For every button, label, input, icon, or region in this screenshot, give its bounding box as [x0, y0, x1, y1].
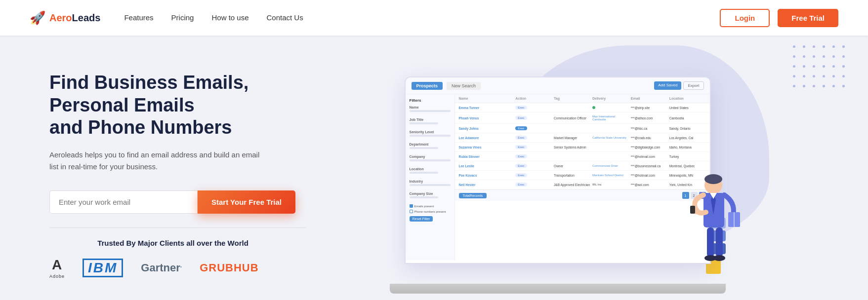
svg-rect-10 [716, 227, 723, 257]
trusted-label: Trusted By Major Clients all over the Wo… [49, 239, 296, 247]
filter-title: Filters [410, 98, 451, 103]
db-pagination: TotalRecords 1 2 [455, 189, 710, 201]
person-illustration [681, 146, 741, 284]
filter-company: Company [410, 155, 451, 161]
db-main-table: Name Action Tag Delivery Email Location … [455, 94, 710, 260]
nav-actions: Login Free Trial [720, 9, 838, 27]
laptop-base [390, 284, 726, 294]
table-row: Suzanna Vines Exec Senior Systems Admin … [455, 143, 710, 152]
table-row: Lee Leslie Exec Owner Commonview Diner *… [455, 161, 710, 171]
grubhub-logo: GRUBHUB [200, 262, 258, 274]
table-row: Poe Kovacs Exec Transportation Mankato S… [455, 171, 710, 180]
adobe-logo: A Adobe [49, 257, 65, 279]
svg-point-12 [713, 255, 725, 261]
freetrial-nav-button[interactable]: Free Trial [778, 9, 838, 27]
db-header: Prospects New Search Add Saved Export [406, 77, 710, 94]
table-row: Sandy Johns Exec ***@hbc.ca Sandy, Ontar… [455, 124, 710, 133]
table-row: Lee Adamore Exec Market Manager Californ… [455, 133, 710, 143]
svg-point-1 [704, 174, 722, 184]
table-header: Name Action Tag Delivery Email Location [455, 94, 710, 103]
db-tab-newsearch: New Search [447, 82, 481, 90]
dashboard-wrapper: 🛒 👍 Prospects New Search Ad [405, 76, 741, 284]
rocket-icon: 🚀 [30, 10, 45, 26]
table-row: Emma Turner Exec ***@strip.site United S… [455, 103, 710, 112]
nav-howtouse[interactable]: How to use [211, 13, 248, 22]
login-button[interactable]: Login [720, 9, 770, 27]
phone-present-checkbox: Phone numbers present [410, 210, 451, 213]
filter-name: Name [410, 106, 451, 112]
filter-department: Department [410, 143, 451, 149]
db-sidebar: Filters Name Job Title Seniority Level [406, 94, 455, 260]
ibm-logo: IBM [83, 259, 123, 277]
table-row: Neil Hester Exec J&B Approved Electricia… [455, 180, 710, 189]
filter-seniority: Seniority Level [410, 130, 451, 137]
db-btn-group: Add Saved Export [654, 81, 703, 90]
brand-name: AeroLeads [49, 12, 100, 24]
divider [49, 227, 306, 228]
navbar: 🚀 AeroLeads Features Pricing How to use … [0, 0, 868, 36]
pagination-prev: TotalRecords [459, 193, 487, 198]
laptop-screen: Prospects New Search Add Saved Export Fi… [405, 76, 711, 264]
db-addsaved-btn: Add Saved [654, 81, 681, 90]
hero-illustration: 🛒 👍 Prospects New Search Ad [306, 67, 838, 284]
filter-industry: Industry [410, 180, 451, 186]
gartner-logo: Gartner. [141, 262, 182, 274]
reset-btn: Reset Filter [410, 216, 433, 222]
hero-section: Find Business Emails, Personal Emails an… [0, 36, 868, 300]
hero-subtext: Aeroleads helps you to find an email add… [49, 149, 267, 173]
logo[interactable]: 🚀 AeroLeads [30, 10, 100, 26]
nav-features[interactable]: Features [124, 13, 153, 22]
hero-heading: Find Business Emails, Personal Emails an… [49, 72, 306, 139]
svg-rect-9 [707, 227, 714, 257]
filter-companysize: Company Size [410, 192, 451, 198]
nav-links: Features Pricing How to use Contact Us [124, 13, 720, 22]
email-form: Start Your Free Trial [49, 190, 306, 214]
start-trial-button[interactable]: Start Your Free Trial [198, 190, 295, 214]
db-tab-prospects: Prospects [412, 82, 443, 90]
filter-jobtitle: Job Title [410, 118, 451, 124]
table-row: Rubia Stinner Exec ***@hotmail.com Turke… [455, 152, 710, 161]
svg-rect-6 [690, 206, 695, 214]
adobe-text: Adobe [49, 274, 65, 279]
hero-content: Find Business Emails, Personal Emails an… [49, 72, 306, 279]
nav-contact[interactable]: Contact Us [267, 13, 303, 22]
email-present-checkbox: Emails present [410, 204, 451, 208]
db-export-btn: Export [683, 81, 703, 90]
adobe-icon: A [52, 257, 62, 273]
nav-pricing[interactable]: Pricing [171, 13, 194, 22]
client-logos: A Adobe IBM Gartner. GRUBHUB [49, 257, 306, 279]
table-row: Phoah Venus Exec Communication Officer M… [455, 112, 710, 124]
filter-location: Location [410, 167, 451, 174]
email-input[interactable] [49, 190, 198, 214]
db-body: Filters Name Job Title Seniority Level [406, 94, 710, 260]
